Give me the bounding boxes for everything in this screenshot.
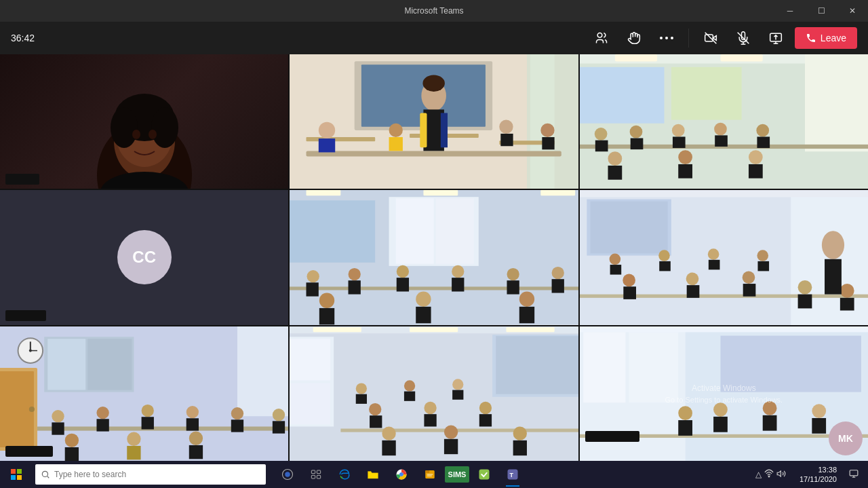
- svg-point-178: [513, 426, 527, 440]
- svg-point-57: [714, 123, 727, 136]
- svg-rect-205: [317, 475, 320, 478]
- close-button[interactable]: ✕: [837, 0, 868, 22]
- svg-rect-58: [715, 135, 728, 147]
- svg-rect-157: [290, 339, 330, 380]
- svg-rect-196: [17, 469, 22, 474]
- svg-rect-69: [396, 199, 434, 265]
- svg-rect-62: [608, 166, 622, 180]
- svg-point-65: [749, 150, 763, 164]
- svg-rect-165: [404, 391, 415, 400]
- svg-point-40: [541, 124, 555, 137]
- svg-rect-203: [317, 470, 320, 474]
- svg-rect-204: [311, 475, 315, 478]
- svg-rect-39: [501, 134, 513, 146]
- svg-rect-93: [519, 307, 534, 323]
- svg-point-17: [149, 130, 157, 139]
- video-cell-7: [290, 326, 578, 461]
- svg-rect-153: [313, 327, 361, 332]
- tray-network[interactable]: [764, 469, 774, 481]
- svg-point-168: [369, 403, 381, 415]
- svg-rect-134: [52, 422, 64, 434]
- svg-point-53: [629, 126, 642, 138]
- svg-rect-169: [370, 415, 382, 428]
- video-inner-1: [290, 54, 578, 189]
- taskbar-app-teams[interactable]: T: [499, 461, 526, 488]
- svg-rect-183: [629, 332, 678, 402]
- svg-rect-35: [319, 138, 335, 152]
- svg-rect-25: [307, 137, 376, 141]
- taskbar-app-sims[interactable]: SIMS: [445, 466, 469, 483]
- notification-center-button[interactable]: [845, 469, 863, 481]
- leave-call-button[interactable]: Leave: [795, 27, 857, 49]
- call-toolbar: 36:42: [0, 22, 868, 54]
- svg-point-215: [768, 476, 770, 477]
- video-cell-1: [290, 54, 578, 189]
- svg-point-110: [686, 273, 698, 286]
- svg-point-90: [416, 292, 431, 307]
- svg-point-78: [349, 268, 361, 280]
- svg-rect-129: [47, 339, 85, 390]
- svg-rect-24: [307, 151, 561, 156]
- taskbar-app-green[interactable]: [471, 461, 498, 488]
- svg-rect-198: [17, 475, 22, 480]
- video-cell-2: [580, 54, 868, 189]
- svg-point-34: [319, 122, 335, 138]
- taskbar-app-explorer[interactable]: [359, 461, 387, 488]
- svg-point-59: [756, 124, 769, 137]
- svg-rect-160: [496, 336, 578, 394]
- search-input[interactable]: [54, 470, 260, 479]
- svg-point-199: [42, 471, 47, 476]
- video-toggle-button[interactable]: [697, 24, 724, 52]
- minimize-button[interactable]: ─: [774, 0, 806, 22]
- svg-point-106: [757, 250, 768, 262]
- svg-rect-212: [479, 470, 490, 480]
- svg-point-116: [840, 284, 854, 298]
- svg-rect-96: [580, 190, 868, 197]
- svg-point-147: [127, 432, 140, 445]
- start-button[interactable]: [0, 461, 33, 488]
- clock-date: 17/11/2020: [800, 474, 837, 484]
- svg-rect-154: [410, 327, 458, 332]
- svg-rect-131: [237, 326, 288, 416]
- svg-point-80: [397, 265, 409, 278]
- title-bar: Microsoft Teams ─ ☐ ✕: [0, 0, 868, 22]
- video-inner-3: CC: [0, 190, 288, 324]
- more-options-button[interactable]: [653, 24, 680, 52]
- svg-point-76: [307, 270, 319, 282]
- taskbar-app-chrome[interactable]: [388, 461, 415, 488]
- svg-rect-32: [420, 113, 427, 147]
- svg-rect-89: [319, 308, 334, 324]
- taskbar-taskview[interactable]: [302, 461, 330, 488]
- svg-rect-111: [686, 285, 699, 298]
- taskbar-clock[interactable]: 13:38 17/11/2020: [794, 465, 842, 485]
- svg-rect-91: [416, 307, 431, 323]
- svg-point-166: [452, 379, 463, 390]
- taskbar-cortana[interactable]: [274, 461, 301, 488]
- mk-avatar: MK: [829, 421, 863, 455]
- raise-hand-button[interactable]: [620, 24, 648, 52]
- taskbar-app-edge[interactable]: [331, 461, 358, 488]
- tray-volume[interactable]: [776, 469, 786, 481]
- svg-rect-115: [797, 295, 812, 309]
- taskbar-search[interactable]: [35, 464, 266, 485]
- svg-rect-99: [580, 295, 868, 298]
- svg-text:T: T: [510, 472, 514, 478]
- participants-button[interactable]: [588, 24, 615, 52]
- svg-rect-113: [743, 284, 755, 297]
- svg-point-112: [742, 271, 755, 284]
- cc-avatar: CC: [117, 230, 172, 284]
- svg-point-207: [399, 472, 403, 476]
- svg-rect-195: [11, 469, 16, 474]
- svg-point-55: [672, 124, 685, 137]
- system-tray: △ 13:38 17/11/2020: [750, 465, 868, 485]
- mute-button[interactable]: [730, 24, 757, 52]
- taskbar-app-files[interactable]: [416, 461, 443, 488]
- svg-rect-148: [127, 446, 140, 459]
- svg-rect-30: [427, 83, 441, 90]
- maximize-button[interactable]: ☐: [806, 0, 837, 22]
- taskbar-apps: SIMS T: [274, 461, 526, 488]
- svg-point-193: [678, 406, 692, 420]
- share-screen-button[interactable]: [762, 24, 789, 52]
- svg-point-36: [389, 124, 403, 137]
- tray-chevron[interactable]: △: [755, 470, 762, 479]
